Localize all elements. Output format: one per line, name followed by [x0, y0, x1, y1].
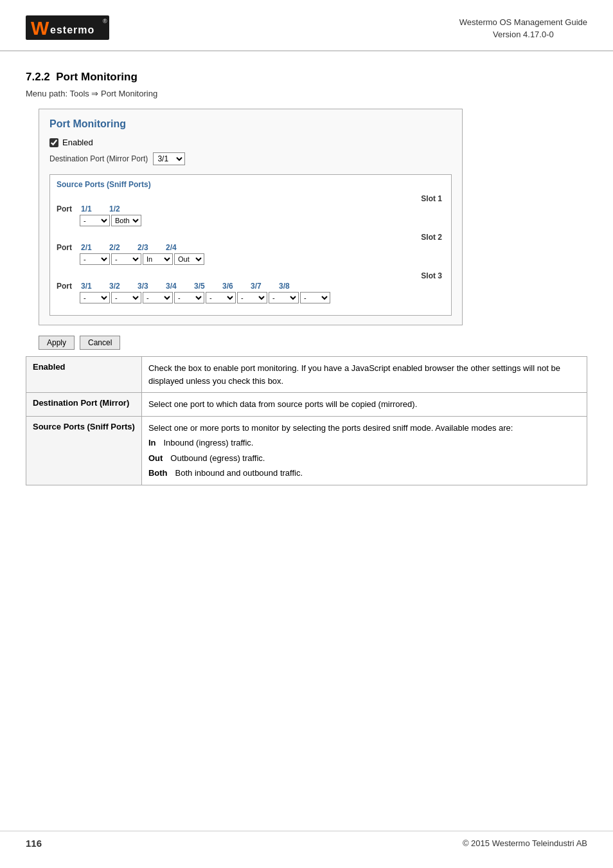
enabled-checkbox[interactable] — [49, 138, 58, 147]
dest-port-row: Destination Port (Mirror Port) 3/1 1/1 1… — [49, 152, 452, 165]
slot3-port2-num: 3/2 — [108, 282, 136, 291]
slot1-section: Slot 1 Port 1/1 1/2 -InOutBoth -InOutBot… — [57, 194, 445, 226]
button-row: Apply Cancel — [39, 336, 587, 350]
section-number: 7.2.2 — [26, 71, 50, 83]
enabled-label: Enabled — [62, 138, 93, 147]
slot3-port7-num: 3/7 — [249, 282, 278, 291]
desc-row-dest: Destination Port (Mirror) Select one por… — [26, 393, 587, 417]
slot3-label: Slot 3 — [57, 271, 445, 280]
mode-in-val: Inbound (ingress) traffic. — [163, 437, 253, 449]
mode-in: In — [148, 437, 156, 449]
page-header: W estermo ® Westermo OS Management Guide… — [0, 0, 613, 51]
section-heading: 7.2.2 Port Monitoring — [26, 71, 587, 84]
slot3-selects-row: -InOutBoth -InOutBoth -InOutBoth -InOutB… — [57, 292, 445, 303]
westermo-logo-svg: W estermo ® — [26, 13, 116, 44]
description-table: Enabled Check the box to enable port mon… — [26, 356, 587, 485]
desc-row-enabled: Enabled Check the box to enable port mon… — [26, 357, 587, 393]
slot3-port2-select[interactable]: -InOutBoth — [111, 292, 141, 303]
desc-row-source: Source Ports (Sniff Ports) Select one or… — [26, 416, 587, 485]
slot3-port8-select[interactable]: -InOutBoth — [300, 292, 330, 303]
slot2-port1-num: 2/1 — [80, 243, 108, 252]
dest-port-select[interactable]: 3/1 1/1 1/2 2/1 2/2 — [153, 152, 185, 165]
mode-out: Out — [148, 452, 163, 465]
slot1-selects-row: -InOutBoth -InOutBoth — [57, 215, 445, 226]
slot3-port1-select[interactable]: -InOutBoth — [80, 292, 110, 303]
desc-term-source: Source Ports (Sniff Ports) — [26, 416, 142, 485]
slot3-port7-select[interactable]: -InOutBoth — [269, 292, 299, 303]
source-ports-box: Source Ports (Sniff Ports) Slot 1 Port 1… — [49, 174, 452, 316]
slot2-port4-select[interactable]: -InOutBoth — [174, 253, 204, 265]
desc-modes-both: Both Both inbound and outbound traffic. — [148, 467, 580, 480]
header-info: Westermo OS Management Guide Version 4.1… — [459, 16, 587, 41]
desc-def-source: Select one or more ports to monitor by s… — [141, 416, 587, 485]
header-title-line2: Version 4.17.0-0 — [459, 28, 587, 41]
slot1-label: Slot 1 — [57, 194, 445, 203]
svg-text:estermo: estermo — [50, 24, 94, 35]
mode-out-key: Out — [148, 453, 163, 463]
port-label-s1: Port — [57, 204, 80, 213]
mode-both-key: Both — [148, 468, 168, 478]
enabled-row: Enabled — [49, 138, 452, 147]
desc-def-enabled: Check the box to enable port monitoring.… — [141, 357, 587, 393]
desc-term-enabled: Enabled — [26, 357, 142, 393]
footer-page: 116 — [26, 838, 42, 849]
footer-copyright: © 2015 Westermo Teleindustri AB — [463, 838, 587, 848]
dest-port-label: Destination Port (Mirror Port) — [49, 154, 148, 163]
slot2-port-headers: Port 2/1 2/2 2/3 2/4 — [57, 243, 445, 252]
slot1-port1-num: 1/1 — [80, 204, 108, 213]
mode-out-val: Outbound (egress) traffic. — [170, 452, 265, 465]
slot3-port3-num: 3/3 — [136, 282, 164, 291]
slot3-port3-select[interactable]: -InOutBoth — [143, 292, 173, 303]
slot3-port4-num: 3/4 — [164, 282, 193, 291]
port-label-s2: Port — [57, 243, 80, 252]
slot2-port2-num: 2/2 — [108, 243, 136, 252]
slot2-port4-num: 2/4 — [164, 243, 193, 252]
slot2-port3-num: 2/3 — [136, 243, 164, 252]
source-ports-label: Source Ports (Sniff Ports) — [57, 180, 445, 189]
slot2-port2-select[interactable]: -InOutBoth — [111, 253, 141, 265]
slot3-port4-select[interactable]: -InOutBoth — [174, 292, 204, 303]
mode-in-key: In — [148, 438, 156, 448]
apply-button[interactable]: Apply — [39, 336, 75, 350]
desc-modes: In Inbound (ingress) traffic. — [148, 437, 580, 449]
slot3-port8-num: 3/8 — [278, 282, 306, 291]
desc-def-source-text: Select one or more ports to monitor by s… — [148, 423, 513, 433]
slot3-port1-num: 3/1 — [80, 282, 108, 291]
desc-term-dest: Destination Port (Mirror) — [26, 393, 142, 417]
port-label-s3: Port — [57, 282, 80, 291]
desc-def-dest: Select one port to which data from sourc… — [141, 393, 587, 417]
slot2-selects-row: -InOutBoth -InOutBoth -InOutBoth -InOutB… — [57, 253, 445, 265]
desc-modes-out: Out Outbound (egress) traffic. — [148, 452, 580, 465]
logo: W estermo ® — [26, 13, 116, 44]
main-content: 7.2.2 Port Monitoring Menu path: Tools ⇒… — [0, 58, 613, 498]
slot1-port2-num: 1/2 — [108, 204, 136, 213]
slot2-port3-select[interactable]: -InOutBoth — [143, 253, 173, 265]
slot2-port1-select[interactable]: -InOutBoth — [80, 253, 110, 265]
mode-both: Both — [148, 467, 168, 480]
cancel-button[interactable]: Cancel — [80, 336, 120, 350]
slot3-port5-num: 3/5 — [193, 282, 221, 291]
slot3-section: Slot 3 Port 3/1 3/2 3/3 3/4 3/5 3/6 3/7 … — [57, 271, 445, 303]
mode-both-val: Both inbound and outbound traffic. — [175, 467, 303, 480]
header-title-line1: Westermo OS Management Guide — [459, 16, 587, 29]
port-monitoring-container: Port Monitoring Enabled Destination Port… — [39, 109, 463, 325]
slot3-port-headers: Port 3/1 3/2 3/3 3/4 3/5 3/6 3/7 3/8 — [57, 282, 445, 291]
slot2-label: Slot 2 — [57, 233, 445, 242]
pm-title: Port Monitoring — [49, 118, 452, 130]
page-footer: 116 © 2015 Westermo Teleindustri AB — [0, 831, 613, 855]
svg-text:®: ® — [103, 18, 107, 24]
menu-path: Menu path: Tools ⇒ Port Monitoring — [26, 89, 587, 98]
slot3-port6-select[interactable]: -InOutBoth — [237, 292, 267, 303]
slot1-port1-select[interactable]: -InOutBoth — [80, 215, 110, 226]
section-title: Port Monitoring — [56, 71, 138, 83]
slot1-port2-select[interactable]: -InOutBoth — [111, 215, 141, 226]
slot2-section: Slot 2 Port 2/1 2/2 2/3 2/4 -InOutBoth -… — [57, 233, 445, 265]
slot3-port6-num: 3/6 — [221, 282, 249, 291]
svg-text:W: W — [31, 17, 49, 39]
slot1-port-headers: Port 1/1 1/2 — [57, 204, 445, 213]
slot3-port5-select[interactable]: -InOutBoth — [206, 292, 236, 303]
